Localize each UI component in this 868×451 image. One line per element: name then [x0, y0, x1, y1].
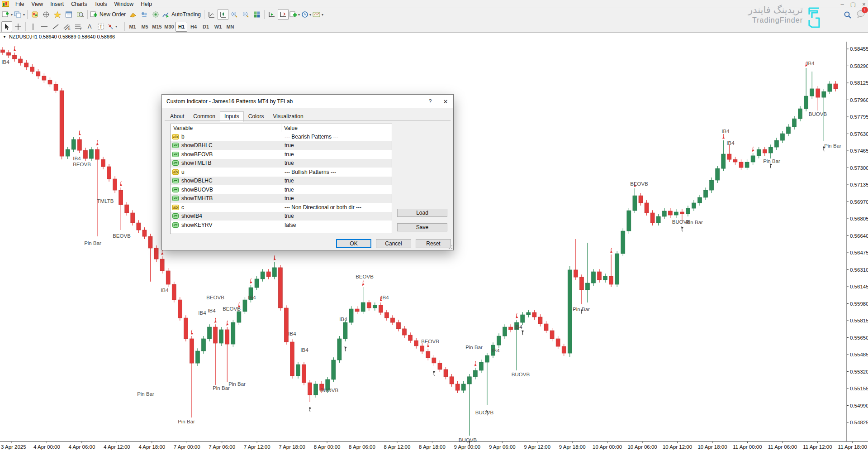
parameter-value[interactable]: true: [281, 160, 392, 166]
pattern-label-beovb: BEOVB: [223, 306, 241, 312]
time-axis-label: 10 Apr 12:00: [663, 444, 692, 450]
time-axis-label: 11 Apr 06:00: [768, 444, 797, 450]
parameter-value[interactable]: true: [281, 178, 392, 184]
price-axis-label: 0.55320: [850, 369, 868, 374]
resize-grip[interactable]: [449, 245, 452, 249]
input-row-c[interactable]: abc--- Non Directional or both dir ---: [171, 203, 392, 212]
candle-body: [60, 91, 64, 156]
parameter-value[interactable]: true: [281, 195, 392, 202]
dialog-title-bar[interactable]: Custom Indicator - James16 Patterns MT4 …: [162, 95, 453, 108]
candle-body: [721, 154, 726, 168]
ok-button[interactable]: OK: [336, 239, 371, 248]
candle-body: [579, 277, 583, 290]
save-button[interactable]: Save: [397, 223, 447, 231]
candle-body: [763, 149, 767, 153]
pattern-label-pin-bar: Pin Bar: [84, 240, 101, 246]
candle-body: [403, 329, 407, 335]
parameter-name: showBEOVB: [181, 151, 213, 158]
string-parameter-icon: ab: [172, 134, 179, 139]
bool-parameter-icon: [172, 152, 179, 157]
input-row-showIB4[interactable]: showIB4true: [171, 212, 392, 221]
candle-body: [337, 339, 342, 360]
candle-body: [603, 276, 607, 280]
input-row-showDBLHC[interactable]: showDBLHCtrue: [171, 177, 392, 186]
candle-body: [166, 271, 170, 284]
pattern-label-pin-bar: Pin Bar: [137, 391, 154, 397]
input-row-showTMHTB[interactable]: showTMHTBtrue: [171, 194, 392, 203]
input-row-showTMLTB[interactable]: showTMLTBtrue: [171, 159, 392, 168]
pattern-label-beovb: BEOVB: [421, 339, 439, 344]
candle-body: [774, 140, 778, 147]
candle-body: [556, 339, 560, 346]
column-header-variable: Variable: [171, 124, 281, 132]
tradingfinder-watermark: تریدینگ فایندر TradingFinder: [748, 5, 803, 24]
candle-body: [710, 180, 714, 190]
parameter-value[interactable]: false: [281, 222, 392, 228]
candle-body: [13, 55, 17, 59]
candle-body: [680, 212, 684, 214]
pattern-label-buovb: BUOVB: [475, 410, 493, 415]
candle-body: [698, 197, 702, 203]
candle-body: [645, 203, 649, 213]
cancel-button[interactable]: Cancel: [376, 239, 411, 248]
pattern-label-pin-bar: Pin Bar: [763, 158, 780, 164]
candle-body: [816, 89, 820, 97]
candle-body: [768, 147, 773, 153]
parameter-value[interactable]: true: [281, 142, 392, 149]
minimize-button[interactable]: –: [839, 1, 845, 8]
bool-parameter-icon: [172, 222, 179, 228]
candle-body: [308, 383, 312, 395]
price-axis-label: 0.55485: [850, 352, 868, 357]
candle-body: [284, 308, 288, 342]
parameter-value[interactable]: --- Bearish Patterns ---: [281, 134, 392, 140]
parameter-value[interactable]: true: [281, 187, 392, 193]
candle-body: [125, 205, 129, 213]
time-axis-label: 10 Apr 06:00: [627, 444, 657, 450]
candle-body: [83, 150, 87, 158]
time-axis-label: 11 Apr 12:00: [803, 444, 832, 450]
input-row-b[interactable]: abb--- Bearish Patterns ---: [171, 132, 392, 141]
search-icon[interactable]: [844, 11, 852, 19]
string-parameter-icon: ab: [172, 205, 179, 210]
candle-body: [1, 50, 5, 53]
input-row-showDBHLC[interactable]: showDBHLCtrue: [171, 141, 392, 150]
candle-body: [89, 149, 93, 158]
input-row-showBUOVB[interactable]: showBUOVBtrue: [171, 185, 392, 194]
parameter-value[interactable]: true: [281, 151, 392, 158]
candle-body: [532, 312, 536, 317]
chat-button[interactable]: 1: [856, 10, 865, 19]
pattern-label-pin-bar: Pin Bar: [465, 345, 483, 350]
reset-button[interactable]: Reset: [416, 239, 451, 248]
time-axis-label: 9 Apr 12:00: [524, 444, 550, 450]
parameter-name: b: [181, 134, 185, 140]
input-row-u[interactable]: abu--- Bullish Patterns ---: [171, 168, 392, 177]
candle-body: [384, 312, 389, 318]
candle-body: [231, 322, 235, 344]
watermark-persian-text: تریدینگ فایندر: [748, 5, 803, 15]
input-row-showKEYRV[interactable]: showKEYRVfalse: [171, 221, 392, 230]
dialog-close-button[interactable]: ✕: [438, 98, 453, 105]
restore-button[interactable]: ▢: [850, 1, 856, 8]
dialog-help-button[interactable]: ?: [422, 98, 438, 105]
candle-body: [461, 384, 465, 390]
input-row-showBEOVB[interactable]: showBEOVBtrue: [171, 150, 392, 159]
time-axis-label: 8 Apr 12:00: [384, 444, 411, 450]
pattern-label-beovb: BEOVB: [206, 295, 224, 300]
candle-body: [42, 76, 46, 80]
candle-body: [361, 302, 365, 312]
parameter-value[interactable]: --- Bullish Patterns ---: [281, 169, 392, 175]
price-axis-label: 0.58290: [850, 63, 868, 69]
pattern-label-ib4: IB4: [1, 59, 9, 65]
pattern-label-ib4: IB4: [161, 288, 168, 293]
candle-body: [19, 59, 23, 63]
load-button[interactable]: Load: [397, 209, 447, 217]
candle-body: [95, 149, 99, 159]
candle-body: [585, 283, 589, 290]
time-axis-label: 7 Apr 18:00: [279, 444, 305, 450]
candle-body: [343, 322, 347, 339]
time-axis-label: 9 Apr 00:00: [454, 444, 480, 450]
parameter-value[interactable]: --- Non Directional or both dir ---: [281, 204, 392, 211]
parameter-value[interactable]: true: [281, 213, 392, 219]
pattern-label-beovb: BEOVB: [113, 233, 131, 239]
candle-body: [822, 91, 826, 97]
